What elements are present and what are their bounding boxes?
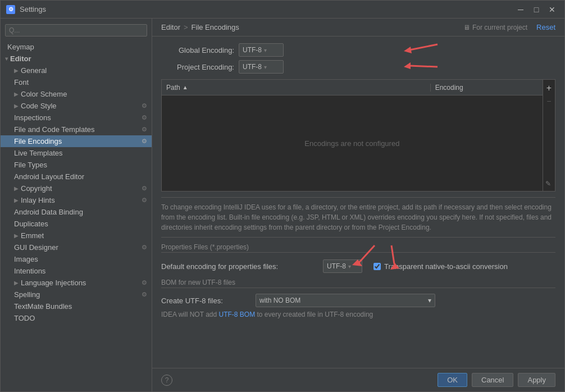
info-text: To change encoding IntelliJ IDEA uses fo… [161,197,555,238]
default-encoding-label: Default encoding for properties files: [161,262,318,271]
sidebar-item-file-types[interactable]: File Types [1,159,152,171]
search-box [1,22,152,39]
sidebar-item-keymap[interactable]: Keymap [1,41,152,53]
sidebar-label-inspections: Inspections [14,113,139,122]
properties-encoding-dropdown[interactable]: UTF-8 ▾ [323,259,362,273]
footer: ? OK Cancel Apply [152,368,564,391]
sidebar-label-duplicates: Duplicates [14,220,147,228]
inspections-settings-icon: ⚙ [142,114,147,121]
table-side-actions: + − ✎ [543,80,555,191]
general-chevron-icon: ▶ [14,67,19,74]
table-body: Encodings are not configured [162,95,543,191]
sidebar-label-file-encodings: File Encodings [14,137,139,145]
sidebar-label-live-templates: Live Templates [14,149,147,157]
project-encoding-value: UTF-8 [243,63,262,71]
sidebar-label-language-injections: Language Injections [21,279,139,287]
sidebar-label-copyright: Copyright [21,184,139,193]
sidebar-item-emmet[interactable]: ▶ Emmet [1,230,152,241]
sidebar-item-language-injections[interactable]: ▶ Language Injections ⚙ [1,277,152,289]
reset-button[interactable]: Reset [536,23,555,31]
breadcrumb-separator: > [184,23,188,31]
minimize-button[interactable]: ─ [514,3,527,16]
sidebar-item-editor[interactable]: ▾ Editor [1,53,152,65]
cancel-button[interactable]: Cancel [472,373,513,387]
sidebar-label-general: General [21,66,147,75]
sidebar-label-gui-designer: GUI Designer [14,243,139,252]
maximize-button[interactable]: □ [530,3,543,16]
sidebar-item-live-templates[interactable]: Live Templates [1,147,152,159]
apply-button[interactable]: Apply [518,373,555,387]
code-style-chevron-icon: ▶ [14,103,19,109]
sidebar-label-android-data-binding: Android Data Binding [14,208,147,216]
remove-row-button[interactable]: − [544,95,554,107]
sidebar-label-android-layout-editor: Android Layout Editor [14,172,147,181]
properties-encoding-value: UTF-8 [327,262,346,270]
search-input[interactable] [5,24,147,37]
main-panel: Editor > File Encodings 🖥 For current pr… [152,19,564,391]
bom-dropdown-value: with NO BOM [259,297,300,304]
language-injections-chevron-icon: ▶ [14,280,19,286]
file-code-templates-settings-icon: ⚙ [142,126,147,133]
sidebar-item-code-style[interactable]: ▶ Code Style ⚙ [1,100,152,112]
transparent-conversion-checkbox[interactable] [373,263,381,270]
bom-link[interactable]: UTF-8 BOM [218,311,255,318]
sidebar-item-spelling[interactable]: Spelling ⚙ [1,289,152,300]
sidebar-item-intentions[interactable]: Intentions [1,265,152,277]
sidebar-label-color-scheme: Color Scheme [21,90,147,98]
sidebar-item-inspections[interactable]: Inspections ⚙ [1,112,152,124]
empty-message: Encodings are not configured [304,139,399,148]
project-encoding-row: Project Encoding: UTF-8 ▾ [161,60,555,74]
sidebar-item-copyright[interactable]: ▶ Copyright ⚙ [1,183,152,194]
help-button[interactable]: ? [161,375,172,386]
monitor-icon: 🖥 [463,24,470,31]
sidebar-item-android-data-binding[interactable]: Android Data Binding [1,206,152,218]
sidebar-item-file-encodings[interactable]: File Encodings ⚙ [1,135,152,147]
title-bar: ⚙ Settings ─ □ ✕ [1,1,564,19]
sidebar-item-android-layout-editor[interactable]: Android Layout Editor [1,171,152,183]
sidebar-item-font[interactable]: Font [1,76,152,88]
sidebar-item-textmate-bundles[interactable]: TextMate Bundles [1,300,152,312]
emmet-chevron-icon: ▶ [14,233,19,239]
global-encoding-dropdown-icon: ▾ [264,47,267,53]
sidebar-item-gui-designer[interactable]: GUI Designer ⚙ [1,241,152,253]
encodings-table-wrapper: Path ▲ Encoding Encodings are not config… [161,79,555,192]
sidebar-item-file-code-templates[interactable]: File and Code Templates ⚙ [1,124,152,135]
main-content-area: Keymap ▾ Editor ▶ General Font ▶ Color S… [1,19,564,391]
sidebar-item-images[interactable]: Images [1,253,152,265]
bom-section: BOM for new UTF-8 files Create UTF-8 fil… [161,279,555,318]
close-button[interactable]: ✕ [545,3,559,16]
bom-note: IDEA will NOT add UTF-8 BOM to every cre… [161,311,555,318]
sidebar-item-general[interactable]: ▶ General [1,65,152,76]
breadcrumb-parent: Editor [161,23,180,31]
sidebar-label-intentions: Intentions [14,267,147,275]
sort-icon: ▲ [183,84,188,90]
inlay-hints-chevron-icon: ▶ [14,197,19,203]
copyright-chevron-icon: ▶ [14,185,19,192]
encoding-rows-container: Global Encoding: UTF-8 ▾ Project Encodin… [161,43,555,74]
sidebar-label-images: Images [14,255,147,263]
project-encoding-dropdown[interactable]: UTF-8 ▾ [239,60,284,74]
bom-dropdown[interactable]: with NO BOM ▾ [256,294,435,307]
spelling-settings-icon: ⚙ [142,291,147,298]
sidebar-label-inlay-hints: Inlay Hints [21,196,139,204]
sidebar-label-textmate-bundles: TextMate Bundles [14,302,147,311]
color-scheme-chevron-icon: ▶ [14,91,19,97]
breadcrumb-current: File Encodings [192,23,239,31]
ok-button[interactable]: OK [438,373,467,387]
sidebar-item-inlay-hints[interactable]: ▶ Inlay Hints ⚙ [1,194,152,206]
sidebar-item-color-scheme[interactable]: ▶ Color Scheme [1,88,152,100]
bom-section-title: BOM for new UTF-8 files [161,279,555,288]
bom-note-after: to every created file in UTF-8 encoding [255,311,373,318]
sidebar-item-todo[interactable]: TODO [1,312,152,324]
language-injections-settings-icon: ⚙ [142,279,147,286]
properties-controls: Default encoding for properties files: U… [161,259,555,273]
global-encoding-dropdown[interactable]: UTF-8 ▾ [239,43,284,57]
add-row-button[interactable]: + [544,82,554,94]
edit-icon[interactable]: ✎ [544,179,554,189]
encoding-column-label: Encoding [435,84,463,92]
sidebar-item-duplicates[interactable]: Duplicates [1,218,152,230]
bom-dropdown-icon: ▾ [428,297,431,304]
sidebar: Keymap ▾ Editor ▶ General Font ▶ Color S… [1,19,152,391]
global-encoding-label: Global Encoding: [161,46,234,54]
project-encoding-dropdown-icon: ▾ [264,64,267,70]
